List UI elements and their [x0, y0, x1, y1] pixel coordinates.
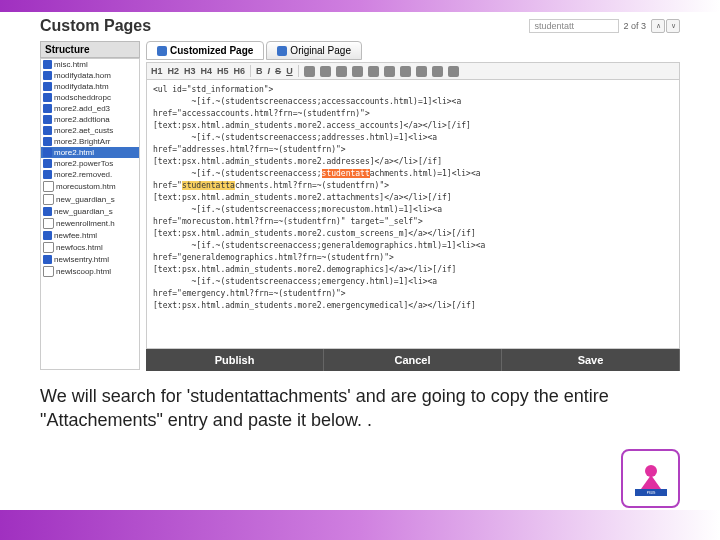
- page-icon: [277, 46, 287, 56]
- page-icon: [157, 46, 167, 56]
- save-button[interactable]: Save: [502, 349, 680, 371]
- file-icon: [43, 104, 52, 113]
- tree-item[interactable]: more2.BrightArr: [41, 136, 139, 147]
- redo-icon[interactable]: [400, 66, 411, 77]
- table-icon[interactable]: [368, 66, 379, 77]
- tree-item[interactable]: modifydata.hom: [41, 70, 139, 81]
- image-icon[interactable]: [336, 66, 347, 77]
- tab-original[interactable]: Original Page: [266, 41, 362, 60]
- tree-item[interactable]: newlscoop.html: [41, 265, 139, 278]
- format-s[interactable]: S: [275, 66, 281, 76]
- editor-toolbar: H1H2H3H4H5H6BISU: [146, 62, 680, 80]
- file-icon: [43, 82, 52, 91]
- undo-icon[interactable]: [384, 66, 395, 77]
- tree-item[interactable]: modifydata.htm: [41, 81, 139, 92]
- heading-h3[interactable]: H3: [184, 66, 196, 76]
- file-icon: [43, 218, 54, 229]
- sidebar-heading: Structure: [40, 41, 140, 58]
- format-i[interactable]: I: [268, 66, 271, 76]
- slide-caption: We will search for 'studentattachments' …: [0, 376, 720, 432]
- file-icon: [43, 242, 54, 253]
- tree-item[interactable]: new_guardian_s: [41, 206, 139, 217]
- tree-item[interactable]: newfee.html: [41, 230, 139, 241]
- code-icon[interactable]: [352, 66, 363, 77]
- format-b[interactable]: B: [256, 66, 263, 76]
- gradient-top: [0, 0, 720, 12]
- heading-h4[interactable]: H4: [201, 66, 213, 76]
- tree-item[interactable]: newlsentry.html: [41, 254, 139, 265]
- file-icon: [43, 170, 52, 179]
- tab-customized[interactable]: Customized Page: [146, 41, 264, 60]
- tree-item[interactable]: newenrollment.h: [41, 217, 139, 230]
- heading-h1[interactable]: H1: [151, 66, 163, 76]
- file-icon: [43, 159, 52, 168]
- format-u[interactable]: U: [286, 66, 293, 76]
- list-icon[interactable]: [304, 66, 315, 77]
- search-hit-active: studentatt: [322, 169, 370, 178]
- gradient-bottom: [0, 510, 720, 540]
- tree-item[interactable]: modscheddropc: [41, 92, 139, 103]
- tree-item[interactable]: more2.add_ed3: [41, 103, 139, 114]
- search-count: 2 of 3: [623, 21, 646, 31]
- tree-item[interactable]: new_guardian_s: [41, 193, 139, 206]
- file-icon: [43, 148, 52, 157]
- file-icon: [43, 194, 54, 205]
- page-title: Custom Pages: [40, 17, 151, 35]
- heading-h2[interactable]: H2: [168, 66, 180, 76]
- editor-panel: Customized Page Original Page H1H2H3H4H5…: [146, 41, 680, 371]
- tree-item[interactable]: more2.powerTos: [41, 158, 139, 169]
- tree-item[interactable]: more2.html: [41, 147, 139, 158]
- search-next-button[interactable]: ∨: [666, 19, 680, 33]
- file-icon: [43, 266, 54, 277]
- heading-h5[interactable]: H5: [217, 66, 229, 76]
- file-icon: [43, 255, 52, 264]
- header-row: Custom Pages studentatt 2 of 3 ∧ ∨: [40, 17, 680, 35]
- conference-badge: PSUG: [621, 449, 680, 508]
- action-bar: Publish Cancel Save: [146, 349, 680, 371]
- tree-item[interactable]: morecustom.htm: [41, 180, 139, 193]
- file-icon: [43, 115, 52, 124]
- link-icon[interactable]: [320, 66, 331, 77]
- tree-item[interactable]: more2.addtiona: [41, 114, 139, 125]
- file-icon: [43, 181, 54, 192]
- tree-item[interactable]: more2.aet_custs: [41, 125, 139, 136]
- tab-bar: Customized Page Original Page: [146, 41, 680, 60]
- sidebar: Structure misc.htmlmodifydata.hommodifyd…: [40, 41, 140, 371]
- file-icon: [43, 93, 52, 102]
- help-icon[interactable]: [416, 66, 427, 77]
- file-icon: [43, 137, 52, 146]
- file-icon: [43, 126, 52, 135]
- file-icon: [43, 231, 52, 240]
- search-hit: studentatta: [182, 181, 235, 190]
- tree-item[interactable]: more2.removed.: [41, 169, 139, 180]
- toggle-icon[interactable]: [448, 66, 459, 77]
- search-prev-button[interactable]: ∧: [651, 19, 665, 33]
- file-icon: [43, 60, 52, 69]
- svg-text:PSUG: PSUG: [646, 491, 655, 495]
- file-icon: [43, 207, 52, 216]
- save-icon[interactable]: [432, 66, 443, 77]
- search-input[interactable]: studentatt: [529, 19, 619, 33]
- heading-h6[interactable]: H6: [234, 66, 246, 76]
- cancel-button[interactable]: Cancel: [324, 349, 502, 371]
- code-editor[interactable]: <ul id="std_information"> ~[if.~(student…: [146, 80, 680, 349]
- file-tree[interactable]: misc.htmlmodifydata.hommodifydata.htmmod…: [40, 58, 140, 370]
- tree-item[interactable]: newfocs.html: [41, 241, 139, 254]
- tree-item[interactable]: misc.html: [41, 59, 139, 70]
- file-icon: [43, 71, 52, 80]
- publish-button[interactable]: Publish: [146, 349, 324, 371]
